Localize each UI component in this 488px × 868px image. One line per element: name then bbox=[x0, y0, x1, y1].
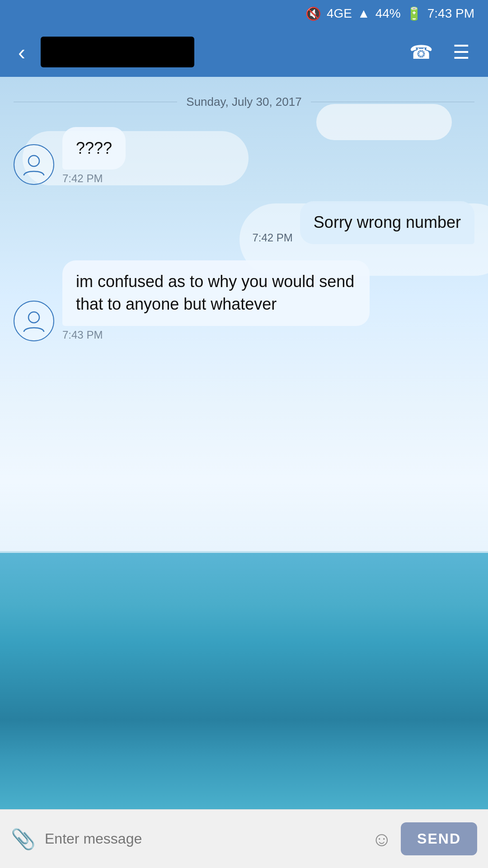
back-button[interactable]: ‹ bbox=[14, 35, 30, 69]
message-row-1: ???? 7:42 PM bbox=[14, 127, 474, 185]
avatar-3 bbox=[14, 301, 54, 341]
chat-area: Sunday, July 30, 2017 ???? 7:42 PM 7:42 … bbox=[0, 77, 488, 809]
message-input[interactable] bbox=[45, 821, 362, 857]
mute-icon: 🔇 bbox=[305, 6, 321, 21]
date-line-right bbox=[311, 102, 474, 102]
input-bar: 📎 ☺ SEND bbox=[0, 809, 488, 868]
message-text-2: Sorry wrong number bbox=[314, 213, 461, 231]
date-label: Sunday, July 30, 2017 bbox=[186, 95, 301, 109]
status-bar: 🔇 4GE ▲ 44% 🔋 7:43 PM bbox=[0, 0, 488, 27]
time-display: 7:43 PM bbox=[427, 6, 474, 21]
message-time-3: 7:43 PM bbox=[62, 329, 370, 341]
message-row-3: im confused as to why you would send tha… bbox=[14, 260, 474, 341]
bubble-3: im confused as to why you would send tha… bbox=[62, 260, 370, 326]
svg-point-0 bbox=[28, 156, 39, 166]
bubble-1: ???? bbox=[62, 127, 126, 170]
battery-icon: 🔋 bbox=[406, 6, 422, 21]
message-text-1: ???? bbox=[76, 139, 112, 157]
message-time-2: 7:42 PM bbox=[252, 231, 292, 244]
avatar-1 bbox=[14, 144, 54, 185]
date-separator: Sunday, July 30, 2017 bbox=[14, 95, 474, 109]
svg-point-1 bbox=[28, 312, 39, 323]
attach-icon[interactable]: 📎 bbox=[11, 827, 36, 851]
messages-container: Sunday, July 30, 2017 ???? 7:42 PM 7:42 … bbox=[0, 77, 488, 376]
status-icons: 🔇 4GE ▲ 44% 🔋 7:43 PM bbox=[305, 6, 474, 21]
message-row-2: 7:42 PM Sorry wrong number bbox=[14, 201, 474, 244]
menu-button[interactable]: ☰ bbox=[448, 37, 474, 68]
network-label: 4GE bbox=[327, 6, 352, 21]
signal-icon: ▲ bbox=[357, 6, 370, 21]
send-button[interactable]: SEND bbox=[401, 822, 477, 855]
emoji-icon[interactable]: ☺ bbox=[371, 828, 392, 850]
bubble-2: Sorry wrong number bbox=[300, 201, 474, 244]
ocean-bg bbox=[0, 553, 488, 809]
battery-label: 44% bbox=[375, 6, 401, 21]
contact-name-redacted bbox=[41, 37, 194, 67]
date-line-left bbox=[14, 102, 177, 102]
phone-button[interactable]: ☎ bbox=[405, 37, 437, 68]
top-bar: ‹ ☎ ☰ bbox=[0, 27, 488, 77]
message-text-3: im confused as to why you would send tha… bbox=[76, 272, 354, 313]
message-time-1: 7:42 PM bbox=[62, 172, 126, 185]
